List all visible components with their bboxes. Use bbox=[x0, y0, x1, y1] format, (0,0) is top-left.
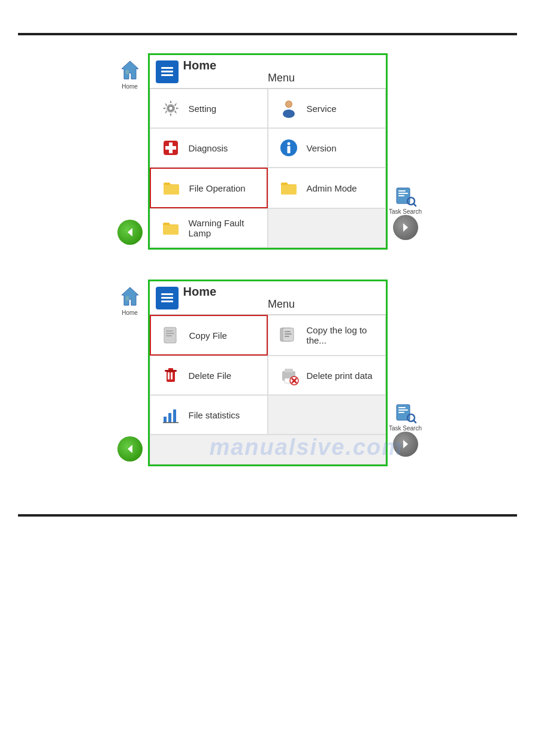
left-col-2: Home bbox=[112, 280, 148, 466]
home-label-1: Home bbox=[122, 83, 138, 90]
header-menu-2: Menu bbox=[183, 298, 380, 311]
svg-rect-48 bbox=[285, 369, 293, 372]
menu-item-setting[interactable]: Setting bbox=[150, 89, 268, 128]
forward-button-1[interactable] bbox=[393, 215, 418, 240]
panel-header-2: Home Menu bbox=[150, 281, 386, 315]
panel-1: Home bbox=[112, 53, 424, 250]
service-icon bbox=[278, 98, 300, 119]
admin-mode-icon bbox=[278, 177, 300, 199]
svg-rect-53 bbox=[164, 417, 167, 423]
empty-cell-3 bbox=[150, 435, 386, 464]
forward-icon-1 bbox=[399, 221, 412, 234]
cross-svg bbox=[161, 138, 181, 158]
main-panel-1: Home Menu bbox=[148, 53, 388, 250]
version-icon bbox=[278, 137, 300, 159]
svg-rect-55 bbox=[173, 409, 176, 423]
svg-rect-3 bbox=[161, 67, 173, 69]
svg-rect-33 bbox=[166, 333, 174, 334]
menu-item-admin-mode[interactable]: Admin Mode bbox=[268, 168, 386, 208]
doc-svg bbox=[162, 325, 181, 345]
empty-cell-1 bbox=[268, 208, 386, 248]
left-col-1: Home bbox=[112, 53, 148, 250]
back-button-1[interactable] bbox=[117, 220, 143, 245]
main-panel-2: Home Menu bbox=[148, 280, 388, 466]
delete-file-label: Delete File bbox=[189, 371, 232, 381]
menu-item-diagnosis[interactable]: Diagnosis bbox=[150, 128, 268, 168]
menu-item-copy-file[interactable]: Copy File bbox=[150, 315, 268, 356]
setting-label: Setting bbox=[189, 104, 217, 114]
svg-rect-38 bbox=[285, 331, 291, 332]
list-icon-2 bbox=[156, 287, 179, 309]
file-statistics-icon bbox=[160, 404, 182, 426]
svg-rect-29 bbox=[161, 297, 173, 299]
list-svg-1 bbox=[159, 64, 175, 80]
svg-rect-26 bbox=[126, 296, 129, 300]
home-label-2: Home bbox=[122, 309, 138, 316]
header-text-2: Home Menu bbox=[183, 285, 380, 311]
back-button-2[interactable] bbox=[117, 436, 143, 462]
file-operation-icon bbox=[161, 177, 182, 199]
folder-svg-2 bbox=[279, 178, 299, 198]
task-search-icon-2 bbox=[394, 401, 417, 424]
task-search-button-1[interactable]: Task Search bbox=[389, 184, 422, 215]
menu-grid-1: Setting Service bbox=[150, 89, 386, 248]
service-label: Service bbox=[307, 104, 337, 114]
menu-item-warning-fault-lamp[interactable]: Warning Fault Lamp bbox=[150, 208, 268, 248]
header-text-1: Home Menu bbox=[183, 59, 380, 84]
svg-rect-19 bbox=[398, 190, 406, 192]
list-icon-1 bbox=[156, 60, 179, 83]
svg-rect-21 bbox=[398, 195, 404, 196]
svg-rect-5 bbox=[161, 74, 173, 76]
delete-print-data-icon bbox=[278, 365, 300, 386]
task-search-button-2[interactable]: Task Search bbox=[389, 401, 422, 432]
menu-item-delete-file[interactable]: Delete File bbox=[150, 356, 268, 395]
version-label: Version bbox=[307, 143, 337, 153]
svg-rect-46 bbox=[165, 370, 176, 372]
svg-rect-58 bbox=[398, 407, 406, 408]
file-statistics-label: File statistics bbox=[189, 410, 240, 420]
admin-mode-label: Admin Mode bbox=[307, 183, 357, 193]
file-operation-label: File Operation bbox=[189, 183, 246, 193]
header-menu-1: Menu bbox=[183, 72, 380, 84]
home-button-1[interactable]: Home bbox=[118, 58, 142, 90]
menu-item-copy-log[interactable]: Copy the log to the... bbox=[268, 315, 386, 356]
svg-rect-17 bbox=[287, 146, 290, 153]
folder-svg-1 bbox=[161, 178, 182, 198]
delete-file-icon bbox=[160, 365, 182, 386]
svg-rect-1 bbox=[126, 70, 129, 74]
svg-point-11 bbox=[286, 101, 292, 107]
back-icon-2 bbox=[123, 442, 137, 456]
right-col-1: Task Search bbox=[388, 53, 424, 250]
svg-line-23 bbox=[413, 204, 416, 206]
deleteprint-svg bbox=[279, 365, 299, 385]
copy-file-label: Copy File bbox=[189, 330, 227, 341]
menu-item-file-statistics[interactable]: File statistics bbox=[150, 395, 268, 435]
stats-svg bbox=[161, 405, 181, 425]
menu-item-file-operation[interactable]: File Operation bbox=[150, 168, 268, 208]
svg-rect-30 bbox=[161, 300, 173, 302]
svg-rect-59 bbox=[398, 409, 408, 411]
svg-line-62 bbox=[413, 420, 416, 423]
svg-rect-54 bbox=[168, 413, 171, 423]
warning-fault-lamp-icon bbox=[160, 217, 182, 239]
home-button-2[interactable]: Home bbox=[118, 284, 142, 316]
menu-item-service[interactable]: Service bbox=[268, 89, 386, 128]
bottom-border bbox=[18, 514, 517, 517]
delete-print-data-label: Delete print data bbox=[307, 371, 373, 381]
svg-rect-45 bbox=[171, 372, 173, 379]
warning-fault-lamp-label: Warning Fault Lamp bbox=[189, 218, 258, 238]
header-home-2: Home bbox=[183, 285, 217, 298]
menu-item-delete-print-data[interactable]: Delete print data bbox=[268, 356, 386, 395]
menu-grid-2: Copy File Cop bbox=[150, 315, 386, 464]
svg-point-10 bbox=[283, 110, 295, 118]
forward-button-2[interactable] bbox=[393, 432, 418, 457]
copylog-svg bbox=[279, 325, 299, 345]
task-search-label-1: Task Search bbox=[389, 208, 422, 215]
svg-rect-20 bbox=[398, 193, 408, 194]
svg-rect-40 bbox=[285, 336, 289, 337]
menu-item-version[interactable]: Version bbox=[268, 128, 386, 168]
header-home-1: Home bbox=[183, 59, 217, 72]
svg-marker-2 bbox=[128, 228, 132, 236]
svg-point-7 bbox=[168, 106, 173, 111]
svg-rect-60 bbox=[398, 412, 404, 413]
